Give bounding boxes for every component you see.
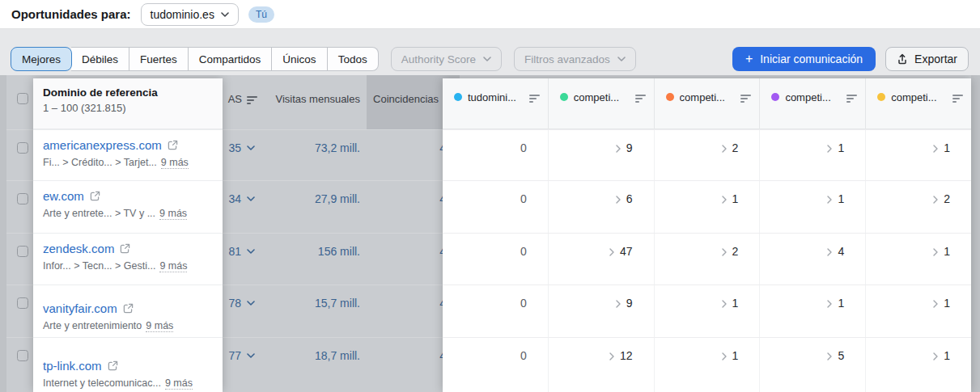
column-header-matches[interactable]: Coincidencias [361, 75, 454, 129]
expand-chevron-icon[interactable] [827, 248, 832, 256]
domain-link[interactable]: zendesk.com [43, 242, 114, 255]
top-bar: Oportunidades para: tudominio.es Tú [0, 0, 980, 29]
count-cell: 1 [760, 285, 866, 337]
expand-chevron-icon[interactable] [827, 145, 832, 153]
domain-row: vanityfair.com Arte y entretenimiento9 m… [33, 285, 223, 337]
expand-chevron-icon[interactable] [722, 248, 727, 256]
more-categories-link[interactable]: 9 más [146, 320, 173, 332]
count-cell: 4 [760, 234, 866, 285]
column-header-competitor-2[interactable]: competi... [655, 78, 761, 129]
chevron-down-icon [247, 301, 255, 306]
backlink-counts-row: 0 9 1 1 1 [443, 285, 971, 337]
select-all-checkbox[interactable] [17, 93, 28, 104]
filter-toolbar: Mejores Débiles Fuertes Compartidos Únic… [0, 29, 980, 75]
expand-chevron-icon[interactable] [722, 145, 727, 153]
row-checkbox[interactable] [17, 350, 28, 361]
row-checkbox[interactable] [17, 142, 28, 154]
domain-link[interactable]: tp-link.com [43, 359, 102, 373]
more-categories-link[interactable]: 9 más [159, 208, 187, 220]
expand-chevron-icon[interactable] [827, 352, 832, 360]
expand-chevron-icon[interactable] [933, 145, 938, 153]
more-categories-link[interactable]: 9 más [161, 157, 189, 169]
filter-tab-debiles[interactable]: Débiles [71, 47, 129, 71]
filter-tab-todos[interactable]: Todos [328, 47, 379, 71]
domain-link[interactable]: ew.com [43, 189, 84, 203]
backlink-counts-row: 0 12 1 5 1 [443, 337, 971, 392]
more-categories-link[interactable]: 9 más [165, 377, 193, 390]
filter-tab-compartidos[interactable]: Compartidos [189, 47, 273, 71]
expand-chevron-icon[interactable] [616, 145, 621, 153]
authority-score-dropdown[interactable]: Authority Score [391, 47, 502, 71]
count-cell: 0 [443, 181, 549, 233]
expand-chevron-icon[interactable] [609, 352, 614, 360]
page-title: Oportunidades para: [11, 7, 131, 21]
domain-categories: Fi... > Crédito... > Tarjet... [43, 157, 157, 168]
count-cell: 1 [866, 130, 971, 180]
count-cell: 1 [866, 285, 971, 337]
advanced-filters-dropdown[interactable]: Filtros avanzados [514, 47, 636, 71]
domain-categories: Arte y entrete... > TV y ... [43, 208, 155, 219]
you-badge: Tú [248, 6, 274, 23]
expand-chevron-icon[interactable] [616, 300, 621, 308]
chevron-down-icon [247, 145, 255, 150]
row-checkbox[interactable] [17, 193, 28, 204]
start-outreach-button[interactable]: + Iniciar comunicación [732, 47, 876, 71]
row-checkbox[interactable] [17, 297, 28, 309]
expand-chevron-icon[interactable] [933, 196, 938, 204]
export-button[interactable]: Exportar [885, 47, 969, 71]
sort-icon[interactable] [952, 91, 963, 103]
external-link-icon[interactable] [120, 243, 130, 254]
chevron-down-icon [617, 57, 626, 61]
row-checkbox[interactable] [17, 246, 28, 257]
column-header-competitor-3[interactable]: competi... [760, 78, 866, 129]
column-header-visits[interactable]: Visitas mensuales [255, 75, 360, 129]
count-cell: 1 [760, 181, 866, 233]
external-link-icon[interactable] [123, 303, 134, 314]
matches-cell: 4/ [367, 234, 449, 258]
expand-chevron-icon[interactable] [722, 300, 727, 308]
count-cell: 2 [655, 130, 761, 180]
expand-chevron-icon[interactable] [827, 196, 832, 204]
more-categories-link[interactable]: 9 más [159, 260, 187, 272]
filter-tab-unicos[interactable]: Únicos [272, 47, 327, 71]
count-cell: 1 [760, 130, 866, 180]
count-cell: 2 [655, 234, 761, 285]
filter-segmented-control: Mejores Débiles Fuertes Compartidos Únic… [11, 47, 379, 71]
expand-chevron-icon[interactable] [616, 196, 621, 204]
sort-icon[interactable] [846, 91, 857, 103]
filter-tab-fuertes[interactable]: Fuertes [129, 47, 189, 71]
competitor-dot [771, 93, 779, 101]
column-header-your-domain[interactable]: tudomini... [443, 78, 549, 129]
domain-link[interactable]: vanityfair.com [43, 301, 117, 315]
sort-icon[interactable] [740, 91, 751, 103]
column-header-competitor-4[interactable]: competi... [866, 78, 971, 129]
count-cell: 1 [655, 285, 761, 337]
referring-domain-header: Dominio de referencia 1 – 100 (321.815) [33, 78, 223, 129]
count-cell: 0 [443, 338, 549, 392]
referring-domain-column-panel: Dominio de referencia 1 – 100 (321.815) … [33, 78, 223, 392]
domain-categories: Internet y telecomunicac... [43, 377, 161, 389]
competitor-dot [560, 93, 568, 101]
expand-chevron-icon[interactable] [933, 300, 938, 308]
external-link-icon[interactable] [108, 360, 118, 371]
start-outreach-label: Iniciar comunicación [760, 53, 863, 65]
competitor-dot [877, 93, 885, 101]
expand-chevron-icon[interactable] [722, 352, 727, 360]
expand-chevron-icon[interactable] [722, 196, 727, 204]
external-link-icon[interactable] [168, 140, 178, 150]
expand-chevron-icon[interactable] [933, 248, 938, 256]
external-link-icon[interactable] [90, 191, 100, 201]
expand-chevron-icon[interactable] [609, 248, 614, 256]
expand-chevron-icon[interactable] [933, 352, 938, 360]
sort-icon[interactable] [529, 91, 540, 103]
domain-link[interactable]: americanexpress.com [43, 138, 162, 152]
competitor-columns-panel: tudomini... competi... competi... compet… [443, 78, 971, 392]
domain-dropdown[interactable]: tudominio.es [141, 3, 239, 26]
sort-icon[interactable] [635, 91, 646, 103]
domain-row: ew.com Arte y entrete... > TV y ...9 más [33, 180, 223, 233]
column-header-competitor-1[interactable]: competi... [549, 78, 655, 129]
page-edge-left [0, 75, 6, 392]
expand-chevron-icon[interactable] [827, 300, 832, 308]
your-domain-dot [454, 93, 462, 101]
filter-tab-mejores[interactable]: Mejores [11, 47, 72, 71]
